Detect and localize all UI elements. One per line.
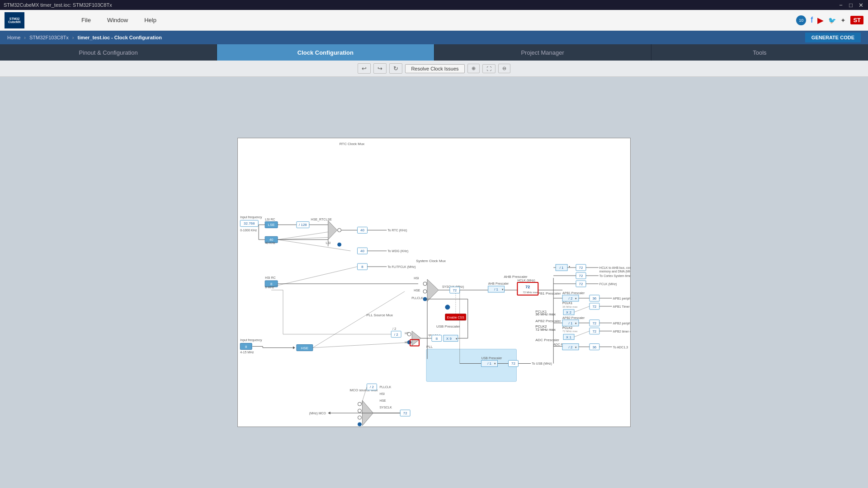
svg-text:72: 72 bbox=[511, 361, 515, 366]
svg-text:Input frequency: Input frequency bbox=[240, 216, 262, 219]
svg-text:HSI RC: HSI RC bbox=[265, 276, 276, 279]
svg-point-87 bbox=[445, 305, 450, 310]
svg-text:APB1 Timer clocks (MHz): APB1 Timer clocks (MHz) bbox=[613, 305, 630, 309]
svg-text:SYSCLK: SYSCLK bbox=[379, 406, 392, 409]
title-bar: STM32CubeMX timer_test.ioc: STM32F103C8T… bbox=[0, 0, 868, 10]
svg-text:HCLK to AHB bus, core,: HCLK to AHB bus, core, bbox=[599, 266, 630, 269]
youtube-icon: ▶ bbox=[817, 15, 824, 25]
st-logo: ST bbox=[850, 16, 863, 24]
svg-text:/ 1: / 1 bbox=[560, 266, 564, 270]
svg-marker-39 bbox=[293, 347, 295, 349]
svg-text:8: 8 bbox=[361, 265, 363, 269]
tab-project[interactable]: Project Manager bbox=[434, 44, 651, 61]
svg-text:LSE: LSE bbox=[268, 223, 275, 227]
svg-text:System Clock Mux: System Clock Mux bbox=[416, 259, 446, 263]
svg-text:HSI: HSI bbox=[379, 392, 385, 395]
svg-text:APB2 Prescaler: APB2 Prescaler bbox=[562, 316, 585, 319]
svg-text:LSI RC: LSI RC bbox=[265, 218, 275, 221]
svg-text:USB Prescaler: USB Prescaler bbox=[481, 357, 502, 360]
svg-text:HSI: HSI bbox=[414, 277, 419, 280]
breadcrumb-home[interactable]: Home bbox=[7, 35, 20, 40]
svg-text:72: 72 bbox=[525, 285, 530, 289]
svg-text:USB Prescaler: USB Prescaler bbox=[436, 324, 460, 328]
svg-text:HSE: HSE bbox=[414, 289, 420, 292]
undo-button[interactable]: ↩ bbox=[358, 63, 371, 74]
refresh-button[interactable]: ↻ bbox=[389, 63, 402, 74]
minimize-button[interactable]: − bbox=[837, 2, 844, 9]
svg-text:X 1: X 1 bbox=[566, 335, 572, 339]
svg-text:To FLITFCLK (MHz): To FLITFCLK (MHz) bbox=[387, 265, 415, 269]
zoom-in-button[interactable]: ⊕ bbox=[467, 64, 480, 73]
menu-bar: STM32 CubeMX File Window Help 10 f ▶ 🐦 ✦… bbox=[0, 10, 868, 31]
svg-text:To ADC1,3: To ADC1,3 bbox=[613, 346, 628, 349]
svg-text:Input frequency: Input frequency bbox=[240, 338, 262, 342]
svg-text:memory and DMA (MHz): memory and DMA (MHz) bbox=[599, 270, 630, 273]
svg-point-53 bbox=[338, 228, 341, 232]
twitter-icon: 🐦 bbox=[828, 17, 836, 24]
svg-text:(MHz) MCO: (MHz) MCO bbox=[309, 412, 326, 415]
svg-line-75 bbox=[313, 291, 405, 348]
restore-button[interactable]: □ bbox=[847, 2, 854, 9]
menu-window[interactable]: Window bbox=[104, 15, 131, 25]
redo-button[interactable]: ↪ bbox=[373, 63, 387, 74]
social-icons: 10 f ▶ 🐦 ✦ ST bbox=[796, 15, 863, 25]
svg-text:/ 2: / 2 bbox=[370, 385, 374, 389]
svg-marker-80 bbox=[427, 279, 439, 301]
svg-point-76 bbox=[423, 290, 427, 293]
svg-text:72: 72 bbox=[579, 274, 583, 278]
svg-text:36 MHz max: 36 MHz max bbox=[562, 305, 578, 308]
svg-text:APB1 Prescaler: APB1 Prescaler bbox=[535, 291, 561, 296]
generate-code-button[interactable]: GENERATE CODE bbox=[805, 33, 861, 42]
svg-text:/ 1: / 1 bbox=[569, 321, 573, 325]
tab-clock[interactable]: Clock Configuration bbox=[217, 44, 434, 61]
svg-marker-49 bbox=[328, 221, 337, 239]
svg-text:PCLK2: PCLK2 bbox=[562, 326, 572, 329]
window-controls: − □ ✕ bbox=[837, 2, 864, 9]
svg-text:AHB Prescaler: AHB Prescaler bbox=[504, 275, 528, 279]
svg-text:PCLK1: PCLK1 bbox=[562, 301, 572, 305]
menu-file[interactable]: File bbox=[79, 15, 94, 25]
tab-tools[interactable]: Tools bbox=[651, 44, 868, 61]
tab-bar: Pinout & Configuration Clock Configurati… bbox=[0, 44, 868, 61]
svg-text:Enable CSS: Enable CSS bbox=[447, 316, 464, 319]
svg-text:X 9: X 9 bbox=[446, 337, 452, 341]
svg-text:/ 2: / 2 bbox=[569, 296, 573, 300]
menu-help[interactable]: Help bbox=[142, 15, 159, 25]
svg-text:72: 72 bbox=[592, 305, 596, 309]
svg-text:To WDG (KHz): To WDG (KHz) bbox=[387, 249, 408, 253]
svg-text:▾: ▾ bbox=[575, 346, 577, 349]
svg-text:/ 2: / 2 bbox=[392, 327, 396, 330]
svg-text:36: 36 bbox=[592, 345, 596, 349]
main-content: RTC Clock Mux System Clock Mux PLL Sourc… bbox=[0, 77, 868, 488]
breadcrumb-current: timer_test.ioc - Clock Configuration bbox=[78, 35, 162, 40]
tab-pinout[interactable]: Pinout & Configuration bbox=[0, 44, 217, 61]
svg-point-60 bbox=[338, 243, 341, 246]
close-button[interactable]: ✕ bbox=[857, 2, 864, 9]
svg-text:▾: ▾ bbox=[575, 297, 577, 300]
svg-text:PLLCLK: PLLCLK bbox=[379, 385, 391, 389]
svg-text:To USB (MHz): To USB (MHz) bbox=[532, 362, 552, 366]
svg-text:72 MHz max: 72 MHz max bbox=[535, 328, 556, 332]
svg-point-207 bbox=[358, 422, 362, 426]
svg-text:PLL Source Mux: PLL Source Mux bbox=[366, 313, 393, 317]
svg-text:APB1 peripheral clocks (MHz): APB1 peripheral clocks (MHz) bbox=[613, 297, 630, 300]
fit-button[interactable]: ⛶ bbox=[482, 64, 495, 73]
logo-area: STM32 CubeMX bbox=[5, 12, 24, 28]
svg-text:36: 36 bbox=[592, 296, 596, 300]
breadcrumb-bar: Home › STM32F103C8Tx › timer_test.ioc - … bbox=[0, 31, 868, 44]
svg-text:LSE: LSE bbox=[326, 218, 332, 221]
resolve-clock-issues-button[interactable]: Resolve Clock Issues bbox=[405, 64, 464, 73]
svg-text:72 MHz max: 72 MHz max bbox=[523, 291, 538, 294]
svg-text:0-1000 KHz: 0-1000 KHz bbox=[240, 229, 257, 232]
svg-text:PLL: PLL bbox=[426, 345, 433, 349]
zoom-out-button[interactable]: ⊖ bbox=[498, 64, 510, 73]
svg-point-176 bbox=[407, 333, 411, 336]
svg-text:▾: ▾ bbox=[502, 288, 504, 291]
svg-text:72: 72 bbox=[579, 282, 583, 286]
svg-text:▾: ▾ bbox=[575, 322, 577, 325]
svg-text:36 MHz max: 36 MHz max bbox=[535, 312, 556, 316]
svg-text:40 KHz: 40 KHz bbox=[265, 241, 275, 244]
breadcrumb-chip[interactable]: STM32F103C8Tx bbox=[29, 35, 69, 40]
svg-point-206 bbox=[358, 416, 362, 419]
svg-text:32.768: 32.768 bbox=[244, 221, 255, 225]
